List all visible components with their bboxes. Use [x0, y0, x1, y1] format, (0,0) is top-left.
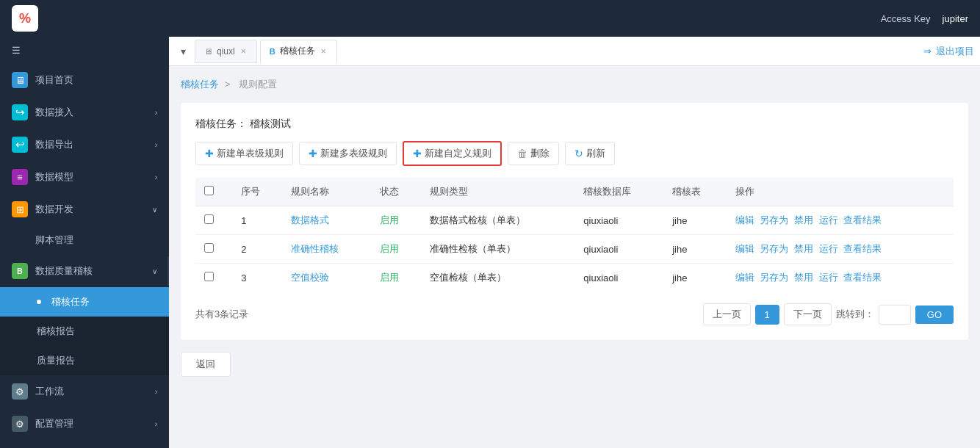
tab-close-icon[interactable]: ×: [320, 46, 328, 57]
sidebar-item-project-home[interactable]: 🖥 项目首页: [0, 64, 169, 96]
view-result-link[interactable]: 查看结果: [843, 243, 882, 254]
col-name: 规则名称: [282, 178, 371, 206]
sidebar-item-audit-task[interactable]: 稽核任务: [0, 287, 169, 317]
new-custom-rule-button[interactable]: ✚ 新建自定义规则: [403, 141, 502, 166]
refresh-icon: ↻: [574, 148, 583, 159]
run-link[interactable]: 运行: [819, 243, 838, 254]
menu-toggle-icon: ☰: [12, 45, 21, 56]
logout-button[interactable]: ⇒ 退出项目: [923, 45, 974, 58]
sidebar-item-data-model[interactable]: ≡ 数据模型 ›: [0, 161, 169, 193]
row-db: qiuxiaoli: [574, 206, 663, 235]
delete-button[interactable]: 🗑 删除: [508, 142, 559, 165]
row-type: 数据格式检核（单表）: [421, 206, 574, 235]
col-table: 稽核表: [663, 178, 727, 206]
row-db: qiuxiaoli: [574, 264, 663, 292]
prev-page-button[interactable]: 上一页: [703, 303, 751, 325]
sidebar-item-audit-report[interactable]: 稽核报告: [0, 317, 169, 346]
row-name: 空值校验: [282, 264, 371, 292]
run-link[interactable]: 运行: [819, 214, 838, 225]
rules-table: 序号 规则名称 状态 规则类型 稽核数据库 稽核表 操作 1 数据格式 启用: [195, 178, 954, 292]
logo-icon: %: [19, 11, 31, 26]
logout-icon: ⇒: [923, 46, 932, 57]
sidebar-item-label: 数据开发: [35, 203, 73, 216]
logo: %: [12, 5, 38, 32]
jump-label: 跳转到：: [836, 308, 874, 321]
chevron-down-icon: ∨: [152, 206, 157, 214]
new-single-rule-button[interactable]: ✚ 新建单表级规则: [195, 142, 293, 165]
run-link[interactable]: 运行: [819, 272, 838, 283]
row-no: 3: [232, 264, 282, 292]
refresh-button[interactable]: ↻ 刷新: [565, 142, 615, 165]
sidebar-collapse-btn[interactable]: ◀: [167, 256, 169, 286]
main-card: 稽核任务： 稽核测试 ✚ 新建单表级规则 ✚ 新建多表级规则 ✚ 新建: [181, 103, 968, 340]
col-type: 规则类型: [421, 178, 574, 206]
row-checkbox: [195, 206, 232, 235]
disable-link[interactable]: 禁用: [794, 243, 813, 254]
disable-link[interactable]: 禁用: [794, 214, 813, 225]
tab-audit-task[interactable]: B 稽核任务 ×: [260, 40, 337, 63]
jump-input[interactable]: [879, 305, 911, 325]
row-select-checkbox[interactable]: [204, 272, 214, 281]
tab-qiuxl[interactable]: 🖥 qiuxl ×: [195, 40, 257, 63]
view-result-link[interactable]: 查看结果: [843, 272, 882, 283]
chevron-right-icon: ›: [155, 388, 157, 396]
breadcrumb: 稽核任务 > 规则配置: [181, 78, 968, 91]
new-multi-rule-button[interactable]: ✚ 新建多表级规则: [299, 142, 397, 165]
sidebar-item-label: 项目首页: [35, 73, 73, 87]
logout-label: 退出项目: [936, 45, 974, 58]
sidebar-item-config-mgmt[interactable]: ⚙ 配置管理 ›: [0, 408, 169, 440]
sidebar-item-data-dev[interactable]: ⊞ 数据开发 ∨: [0, 193, 169, 225]
select-all-checkbox[interactable]: [204, 186, 214, 195]
view-result-link[interactable]: 查看结果: [843, 214, 882, 225]
sidebar: ☰ 🖥 项目首页 ↪ 数据接入 › ↩ 数据导出 › ≡ 数据模型 › ⊞ 数据…: [0, 37, 169, 448]
table-row: 3 空值校验 启用 空值检核（单表） qiuxiaoli jihe 编辑 另存为…: [195, 264, 954, 292]
disable-link[interactable]: 禁用: [794, 272, 813, 283]
sidebar-item-data-input[interactable]: ↪ 数据接入 ›: [0, 96, 169, 129]
sidebar-item-script-mgmt[interactable]: 脚本管理: [0, 225, 169, 255]
row-select-checkbox[interactable]: [204, 243, 214, 253]
next-page-button[interactable]: 下一页: [784, 303, 832, 325]
pagination-controls: 上一页 1 下一页 跳转到： GO: [703, 303, 954, 325]
sidebar-item-label: 工作流: [35, 385, 64, 398]
edit-link[interactable]: 编辑: [735, 214, 754, 225]
go-button[interactable]: GO: [915, 306, 954, 324]
chevron-right-icon: ›: [155, 109, 157, 117]
col-no: 序号: [232, 178, 282, 206]
sidebar-item-data-quality[interactable]: B 数据质量稽核 ∨ ◀: [0, 255, 169, 287]
table-row: 1 数据格式 启用 数据格式检核（单表） qiuxiaoli jihe 编辑 另…: [195, 206, 954, 235]
trash-icon: 🗑: [517, 148, 527, 159]
sidebar-item-label: 数据接入: [35, 106, 73, 119]
task-label-prefix: 稽核任务：: [195, 118, 247, 129]
plus-icon: ✚: [205, 148, 214, 159]
sidebar-item-data-export[interactable]: ↩ 数据导出 ›: [0, 129, 169, 161]
status-badge: 启用: [380, 272, 399, 283]
current-page-button[interactable]: 1: [755, 305, 779, 325]
breadcrumb-audit-task-link[interactable]: 稽核任务: [181, 79, 219, 90]
tab-label: qiuxl: [217, 46, 235, 57]
back-button[interactable]: 返回: [181, 352, 231, 377]
header-right: Access Key jupiter: [881, 13, 968, 24]
rule-name-link[interactable]: 空值校验: [291, 272, 329, 283]
row-status: 启用: [371, 235, 421, 264]
row-no: 1: [232, 206, 282, 235]
col-db: 稽核数据库: [574, 178, 663, 206]
button-label: 刷新: [586, 147, 605, 160]
tab-close-icon[interactable]: ×: [239, 46, 248, 57]
sidebar-toggle[interactable]: ☰: [0, 37, 169, 64]
save-as-link[interactable]: 另存为: [760, 272, 788, 283]
data-model-icon: ≡: [12, 169, 28, 185]
save-as-link[interactable]: 另存为: [760, 214, 788, 225]
edit-link[interactable]: 编辑: [735, 243, 754, 254]
save-as-link[interactable]: 另存为: [760, 243, 788, 254]
back-button-container: 返回: [181, 352, 968, 377]
sidebar-item-workflow[interactable]: ⚙ 工作流 ›: [0, 375, 169, 408]
row-name: 准确性稽核: [282, 235, 371, 264]
edit-link[interactable]: 编辑: [735, 272, 754, 283]
rule-name-link[interactable]: 准确性稽核: [291, 243, 339, 254]
rule-name-link[interactable]: 数据格式: [291, 214, 329, 225]
row-name: 数据格式: [282, 206, 371, 235]
tab-menu-button[interactable]: ▾: [175, 43, 192, 60]
row-select-checkbox[interactable]: [204, 214, 214, 224]
sidebar-item-quality-report[interactable]: 质量报告: [0, 346, 169, 375]
breadcrumb-separator: >: [225, 79, 233, 90]
